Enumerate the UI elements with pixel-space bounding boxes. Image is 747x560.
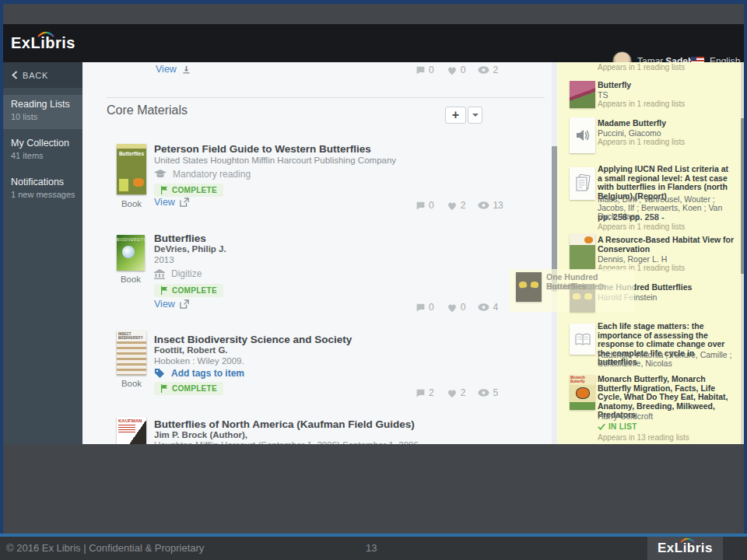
drag-ghost[interactable]: One Hundred Butterflies Harold Feinstein xyxy=(510,269,634,312)
app-window: ExLibris Tamar Sadeh English BACK Readin… xyxy=(3,24,744,444)
cover-art xyxy=(118,425,135,432)
drag-ghost-author: Harold Feinstein xyxy=(546,282,605,291)
sidebar-item-my-collection[interactable]: My Collection 41 items xyxy=(3,134,82,168)
item-format: Book xyxy=(117,199,146,208)
add-item-menu-button[interactable] xyxy=(468,107,482,124)
download-icon[interactable] xyxy=(181,65,191,75)
add-tags-label: Add tags to item xyxy=(171,368,244,379)
view-link[interactable]: View xyxy=(154,197,189,208)
comments-stat[interactable]: 2 xyxy=(416,387,434,398)
likes-count: 0 xyxy=(461,65,466,75)
slide-border-right xyxy=(744,0,747,534)
sidebar-item-sublabel: 41 items xyxy=(11,151,82,160)
view-link[interactable]: View xyxy=(154,299,189,310)
item-publisher: Houghton Mifflin Harcourt (September 1, … xyxy=(154,440,419,444)
views-stat: 13 xyxy=(478,200,503,211)
item-title[interactable]: Insect Biodiversity Science and Society xyxy=(154,334,352,345)
status-badge[interactable]: COMPLETE xyxy=(154,284,223,297)
exlibris-rainbow-arc-icon xyxy=(37,30,55,37)
likes-stat[interactable]: 0 xyxy=(447,302,466,313)
item-tag: Mandatory reading xyxy=(154,169,251,180)
book-cover-thumbnail[interactable]: BIODIVERSITY xyxy=(117,235,145,271)
in-list-badge: IN LIST xyxy=(598,422,637,431)
status-badge[interactable]: COMPLETE xyxy=(154,184,223,197)
tag-icon xyxy=(154,368,165,379)
comment-icon xyxy=(416,201,426,211)
views-count: 2 xyxy=(493,65,498,75)
add-tags-link[interactable]: Add tags to item xyxy=(154,368,244,379)
book-cover-thumbnail[interactable]: Butterflies xyxy=(117,144,146,194)
item-title[interactable]: Peterson Field Guide to Western Butterfl… xyxy=(154,143,371,155)
suggestion-thumbnail xyxy=(570,324,595,355)
comments-stat[interactable]: 0 xyxy=(416,302,434,313)
cover-art xyxy=(122,246,135,258)
book-cover-thumbnail[interactable]: KAUFMAN xyxy=(117,417,146,444)
appears-label: Appears in 13 reading lists xyxy=(598,433,689,442)
cover-art xyxy=(117,341,146,375)
app-header: ExLibris Tamar Sadeh English xyxy=(3,24,744,62)
item-title[interactable]: Butterflies xyxy=(154,233,206,244)
heart-icon xyxy=(447,65,458,75)
add-item-button[interactable]: + xyxy=(445,107,466,124)
item-author: Jim P. Brock (Author), xyxy=(154,430,247,439)
suggestion-thumbnail xyxy=(570,117,595,153)
panel-scrollbar-thumb[interactable] xyxy=(741,118,744,274)
view-link[interactable]: View xyxy=(156,64,191,75)
suggestion-title: A Resource-Based Habitat View for Conser… xyxy=(598,236,735,254)
likes-stat[interactable]: 0 xyxy=(447,65,466,75)
sidebar-item-label: Reading Lists xyxy=(11,99,82,110)
cover-text: KAUFMAN xyxy=(118,418,142,423)
item-stats: 0 2 13 xyxy=(416,200,503,211)
status-badge[interactable]: COMPLETE xyxy=(154,382,223,395)
sidebar: BACK Reading Lists 10 lists My Collectio… xyxy=(3,62,82,444)
cover-art xyxy=(584,236,593,243)
cover-art xyxy=(576,387,590,399)
back-button[interactable]: BACK xyxy=(3,62,82,88)
comments-stat[interactable]: 0 xyxy=(416,200,434,211)
item-author: DeVries, Philip J. xyxy=(154,244,226,254)
appears-label: Appears in 1 reading lists xyxy=(598,100,685,108)
comment-icon xyxy=(416,388,426,398)
suggestion-thumbnail xyxy=(570,81,595,108)
suggestion-thumbnail: Monarch Butterfly xyxy=(570,375,595,410)
likes-stat[interactable]: 2 xyxy=(447,200,466,211)
suggestion-thumbnail xyxy=(570,167,595,200)
comment-icon xyxy=(416,303,426,313)
external-link-icon xyxy=(180,198,189,207)
views-stat: 2 xyxy=(478,65,498,75)
flag-icon xyxy=(160,186,168,194)
sidebar-item-notifications[interactable]: Notifications 1 new messages xyxy=(3,173,82,207)
views-count: 5 xyxy=(493,387,498,398)
article-pages-icon xyxy=(575,174,591,193)
cover-text: BIODIVERSITY xyxy=(117,238,145,242)
item-stats: 0 0 4 xyxy=(416,302,498,313)
section-title: Core Materials xyxy=(107,103,188,117)
suggestion-title: Madame Butterfly xyxy=(598,119,735,128)
suggestion-pages: pp. 258 pp. 258 - xyxy=(598,212,665,222)
appears-label: Appears in 1 reading lists xyxy=(598,63,685,72)
open-book-icon xyxy=(574,333,591,346)
reading-list-main: View 0 0 2 Core Materials + Butterflies … xyxy=(82,62,555,444)
page-number: 13 xyxy=(366,542,377,554)
status-label: COMPLETE xyxy=(172,286,217,295)
heart-icon xyxy=(447,303,458,313)
view-link-label: View xyxy=(156,64,177,75)
speaker-icon xyxy=(576,129,590,142)
suggestion-author: Radchuk, Viktoriia ; Turlure, Camille ; … xyxy=(598,351,735,368)
likes-stat[interactable]: 2 xyxy=(447,387,466,398)
cover-art xyxy=(530,281,538,288)
panel-scrollbar[interactable] xyxy=(741,62,744,444)
item-stats: 0 0 2 xyxy=(416,65,498,75)
caret-down-icon xyxy=(472,114,479,117)
sidebar-item-label: My Collection xyxy=(11,138,82,149)
suggestion-thumbnail xyxy=(570,234,595,269)
eye-icon xyxy=(478,201,489,210)
sidebar-item-reading-lists[interactable]: Reading Lists 10 lists xyxy=(3,95,82,129)
main-scrollbar[interactable] xyxy=(552,62,557,444)
comments-count: 2 xyxy=(429,387,434,398)
comments-stat[interactable]: 0 xyxy=(416,65,434,75)
item-title[interactable]: Butterflies of North America (Kaufman Fi… xyxy=(154,418,415,430)
suggestion-title: Butterfly xyxy=(598,81,735,90)
item-format: Book xyxy=(117,275,145,284)
book-cover-thumbnail[interactable]: INSECT BIODIVERSITY xyxy=(117,331,146,375)
